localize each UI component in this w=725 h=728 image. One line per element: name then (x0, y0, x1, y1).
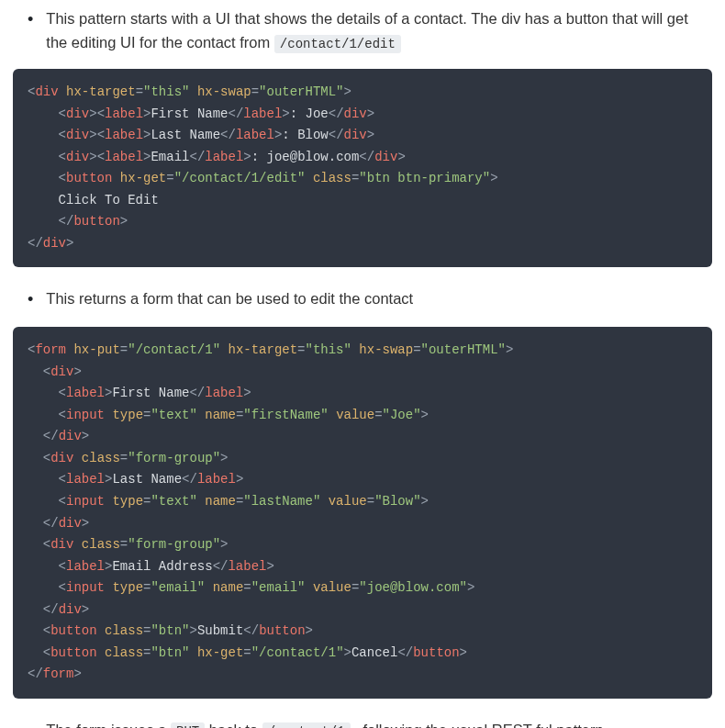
val-email: "email" (151, 580, 205, 595)
bullet-item-3: • The form issues a PUT back to /contact… (0, 711, 725, 728)
attr-hx-get: hx-get (120, 171, 166, 185)
tag-div-close: div (344, 128, 367, 142)
tag-label: label (105, 128, 143, 142)
tag-div: div (66, 150, 89, 164)
attr-hx-swap: hx-swap (359, 342, 413, 357)
attr-value: value (329, 494, 367, 509)
bullet-3-post: , following the usual REST-ful pattern. (351, 722, 608, 728)
text-last-name: Last Name (151, 128, 220, 142)
text-first-name: First Name (112, 386, 189, 400)
attr-type: type (112, 494, 143, 509)
tag-label: label (66, 472, 105, 487)
bullet-3-code-path: /contact/1 (262, 722, 351, 728)
text-first-name: First Name (151, 106, 228, 121)
code-block-2: <form hx-put="/contact/1" hx-target="thi… (13, 327, 712, 698)
val-btn-primary: "btn btn-primary" (359, 171, 490, 185)
val-outerhtml: "outerHTML" (421, 342, 506, 357)
attr-class: class (82, 537, 120, 552)
tag-label-close: label (236, 128, 274, 142)
val-text: "text" (151, 408, 196, 422)
tag-div-close: div (374, 150, 397, 164)
tag-label-close: label (197, 472, 236, 487)
attr-type: type (112, 580, 143, 595)
val-email-name: "email" (251, 580, 306, 595)
tag-input: input (66, 494, 105, 509)
val-firstname: "firstName" (243, 408, 328, 422)
bullet-dot-icon: • (28, 719, 33, 728)
attr-class: class (82, 451, 120, 465)
val-email-val: "joe@blow.com" (359, 580, 467, 595)
tag-div: div (50, 451, 73, 465)
val-blow: "Blow" (374, 494, 420, 509)
bullet-item-1: • This pattern starts with a UI that sho… (0, 0, 725, 62)
tag-label-close: label (228, 559, 266, 574)
bullet-text-1: This pattern starts with a UI that shows… (46, 7, 708, 54)
val-btn: "btn" (151, 645, 189, 660)
tag-div: div (35, 84, 58, 99)
tag-div-close: div (59, 429, 82, 443)
attr-class: class (105, 645, 143, 660)
text-email: Email (151, 150, 189, 164)
tag-label-close: label (205, 386, 243, 400)
attr-hx-target: hx-target (228, 342, 297, 357)
attr-name: name (205, 408, 236, 422)
tag-button-close: button (259, 623, 305, 638)
tag-button: button (50, 645, 96, 660)
val-text: "text" (151, 494, 196, 509)
attr-value: value (313, 580, 351, 595)
tag-button-close: button (413, 645, 459, 660)
attr-name: name (205, 494, 236, 509)
bullet-text-3: The form issues a PUT back to /contact/1… (46, 719, 608, 728)
text-joe: : Joe (290, 106, 329, 121)
bullet-dot-icon: • (28, 7, 33, 32)
attr-type: type (112, 408, 143, 422)
tag-label-close: label (205, 150, 243, 164)
val-form-group: "form-group" (128, 537, 220, 552)
tag-div: div (50, 364, 73, 379)
tag-form-close: form (43, 666, 74, 681)
attr-hx-put: hx-put (73, 342, 119, 357)
text-email-address: Email Address (112, 559, 212, 574)
attr-hx-swap: hx-swap (197, 84, 251, 99)
tag-label: label (66, 559, 105, 574)
tag-div: div (50, 537, 73, 552)
tag-form: form (35, 342, 66, 357)
val-lastname: "lastName" (243, 494, 320, 509)
val-this: "this" (143, 84, 189, 99)
bullet-item-2: • This returns a form that can be used t… (0, 280, 725, 319)
text-click-to-edit: Click To Edit (28, 193, 159, 207)
text-submit: Submit (197, 623, 243, 638)
tag-div-close: div (59, 602, 82, 617)
val-contact-1-get: "/contact/1" (251, 645, 344, 660)
attr-name: name (213, 580, 244, 595)
text-blow: : Blow (282, 128, 328, 142)
val-this: "this" (306, 342, 351, 357)
tag-div-close: div (344, 106, 367, 121)
tag-label: label (66, 386, 105, 400)
bullet-3-code-put: PUT (171, 722, 205, 728)
val-contact-edit: "/contact/1/edit" (174, 171, 306, 185)
val-btn: "btn" (151, 623, 189, 638)
tag-button-close: button (73, 214, 119, 229)
tag-div-close: div (43, 236, 66, 251)
text-last-name: Last Name (112, 472, 182, 487)
val-form-group: "form-group" (128, 451, 220, 465)
tag-button: button (50, 623, 96, 638)
attr-class: class (313, 171, 351, 185)
val-outerhtml: "outerHTML" (259, 84, 343, 99)
tag-button: button (66, 171, 112, 185)
tag-div: div (66, 128, 89, 142)
val-contact-1: "/contact/1" (128, 342, 220, 357)
tag-label-close: label (243, 106, 282, 121)
bullet-3-pre: The form issues a (46, 722, 171, 728)
attr-hx-get: hx-get (197, 645, 243, 660)
attr-value: value (336, 408, 374, 422)
bullet-text-2: This returns a form that can be used to … (46, 287, 413, 311)
bullet-dot-icon: • (28, 287, 33, 312)
attr-class: class (105, 623, 143, 638)
tag-input: input (66, 580, 105, 595)
attr-hx-target: hx-target (66, 84, 136, 99)
text-email-val: : joe@blow.com (251, 150, 360, 164)
tag-div-close: div (59, 516, 82, 531)
text-cancel: Cancel (351, 645, 397, 660)
